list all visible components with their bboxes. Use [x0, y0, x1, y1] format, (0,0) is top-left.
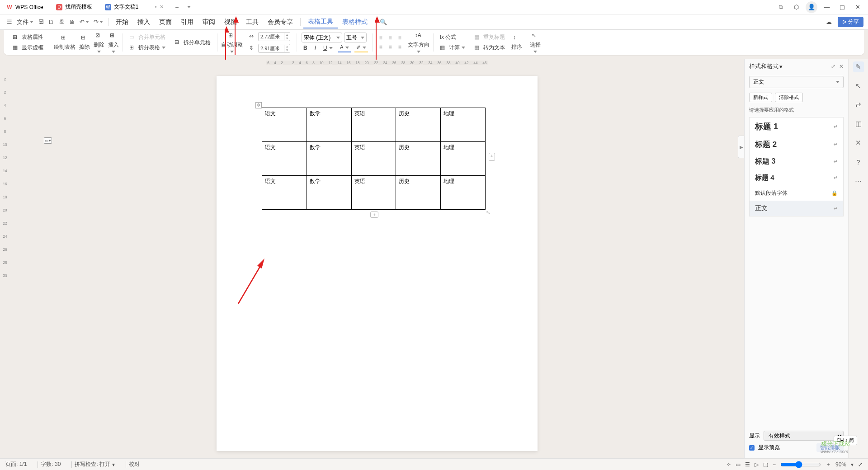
style-item[interactable]: 标题 1↵	[750, 118, 843, 136]
close-window-button[interactable]: ✕	[852, 1, 863, 13]
table-move-handle[interactable]: ✥	[255, 102, 262, 108]
app-tab[interactable]: W WPS Office	[1, 1, 49, 13]
add-tab-button[interactable]: ＋	[171, 1, 183, 13]
tab-menu-button[interactable]	[183, 1, 195, 13]
italic-button[interactable]: I	[313, 44, 318, 52]
style-item[interactable]: 标题 2↵	[750, 136, 843, 153]
tab-templates[interactable]: D 找稻壳模板	[51, 1, 98, 13]
view-print-icon[interactable]: ▭	[736, 461, 741, 468]
close-panel-icon[interactable]: ✕	[839, 63, 844, 70]
font-family-select[interactable]: 宋体 (正文)	[302, 33, 342, 42]
table-cell[interactable]: 数学	[307, 108, 351, 142]
table-cell[interactable]: 地理	[441, 176, 486, 210]
zoom-slider[interactable]	[780, 461, 821, 468]
underline-button[interactable]: U	[321, 44, 335, 52]
menu-table-tools[interactable]: 表格工具	[303, 16, 338, 28]
formula-button[interactable]: fx 公式	[438, 33, 467, 42]
align-center-button[interactable]: ≡	[387, 43, 394, 51]
menu-insert[interactable]: 插入	[133, 16, 155, 28]
font-size-select[interactable]: 五号	[344, 33, 367, 42]
split-cells-button[interactable]: ⊟拆分单元格	[173, 38, 212, 47]
cube-icon[interactable]: ⬡	[790, 1, 802, 13]
page-indicator[interactable]: 页面: 1/1	[5, 461, 27, 468]
zoom-in-button[interactable]: ＋	[826, 461, 831, 468]
zoom-out-button[interactable]: −	[773, 461, 776, 468]
align-top-button[interactable]: ≡	[377, 34, 384, 42]
autofit-button[interactable]: ⊞自动调整	[219, 31, 245, 54]
row-height-control[interactable]: ⇕2.91厘米▲▼	[247, 43, 292, 54]
minimize-button[interactable]: —	[821, 1, 833, 13]
select-tool-icon[interactable]: ↖	[853, 80, 864, 91]
print-preview-icon[interactable]: 🗋	[46, 19, 57, 25]
tab-document[interactable]: W 文字文稿1 • ✕	[99, 1, 170, 13]
style-item[interactable]: 正文↵	[750, 201, 843, 216]
fullscreen-icon[interactable]: ⤢	[858, 461, 863, 468]
file-menu[interactable]: 文件	[14, 18, 36, 26]
save-icon[interactable]: 🖫	[36, 19, 46, 25]
table-cell[interactable]: 地理	[441, 142, 486, 176]
cloud-sync-icon[interactable]: ☁	[824, 19, 834, 25]
export-icon[interactable]: 🗎	[67, 19, 77, 25]
search-icon[interactable]: 🔍	[377, 19, 389, 25]
eraser-button[interactable]: ⊟擦除	[77, 33, 92, 52]
menu-table-style[interactable]: 表格样式	[338, 16, 372, 28]
table-cell[interactable]: 历史	[396, 142, 441, 176]
menu-view[interactable]: 视图	[220, 16, 241, 28]
view-web-icon[interactable]: ▢	[763, 461, 768, 468]
table-cell[interactable]: 英语	[351, 176, 396, 210]
zoom-value[interactable]: 90%	[835, 461, 846, 468]
settings-tool-icon[interactable]: ⇄	[853, 99, 864, 110]
help-tool-icon[interactable]: ?	[853, 156, 864, 167]
add-row-button[interactable]: +	[370, 212, 378, 218]
style-item[interactable]: 标题 4↵	[750, 170, 843, 186]
print-icon[interactable]: 🖶	[57, 19, 67, 25]
document-page[interactable]: ✥ 语文数学英语历史地理语文数学英语历史地理语文数学英语历史地理 + + ⤡	[217, 76, 538, 451]
select-button[interactable]: ↖选择	[528, 31, 542, 54]
menu-start[interactable]: 开始	[111, 16, 133, 28]
clear-format-button[interactable]: 清除格式	[775, 93, 803, 102]
table-cell[interactable]: 语文	[262, 108, 307, 142]
link-tool-icon[interactable]: ✕	[853, 137, 864, 148]
menu-member[interactable]: 会员专享	[263, 16, 297, 28]
table-cell[interactable]: 数学	[307, 142, 351, 176]
undo-button[interactable]: ↶	[77, 19, 91, 25]
table-cell[interactable]: 历史	[396, 108, 441, 142]
align-bottom-button[interactable]: ≡	[396, 34, 403, 42]
text-direction-button[interactable]: ↕A文字方向	[406, 31, 431, 54]
word-count[interactable]: 字数: 30	[41, 461, 61, 468]
style-item[interactable]: 标题 3↵	[750, 153, 843, 170]
view-outline-icon[interactable]: ☰	[745, 461, 750, 468]
document-table[interactable]: 语文数学英语历史地理语文数学英语历史地理语文数学英语历史地理	[262, 108, 486, 210]
menu-tools[interactable]: 工具	[241, 16, 263, 28]
col-width-control[interactable]: ⇔2.72厘米▲▼	[247, 31, 292, 42]
table-cell[interactable]: 语文	[262, 176, 307, 210]
pin-panel-icon[interactable]: ⤢	[831, 63, 835, 70]
align-left-button[interactable]: ≡	[377, 43, 384, 51]
proofing-button[interactable]: 校对	[129, 461, 140, 468]
style-item[interactable]: 默认段落字体🔒	[750, 186, 843, 201]
font-color-button[interactable]: A	[338, 43, 351, 52]
table-cell[interactable]: 英语	[351, 108, 396, 142]
table-cell[interactable]: 历史	[396, 176, 441, 210]
highlight-button[interactable]: ✐	[354, 43, 368, 52]
align-right-button[interactable]: ≡	[396, 43, 403, 51]
table-cell[interactable]: 语文	[262, 142, 307, 176]
delete-button[interactable]: ⊠删除	[92, 31, 106, 54]
bold-button[interactable]: B	[302, 44, 309, 52]
current-style-select[interactable]: 正文	[749, 76, 844, 88]
table-properties-button[interactable]: ⊞表格属性	[11, 33, 45, 42]
show-gridlines-button[interactable]: ▦显示虚框	[11, 43, 45, 52]
avatar-icon[interactable]: 👤	[806, 1, 817, 13]
share-button[interactable]: ᐅ 分享	[838, 17, 863, 27]
table-cell[interactable]: 数学	[307, 176, 351, 210]
maximize-button[interactable]: ▢	[836, 1, 848, 13]
insert-button[interactable]: ⊞插入	[106, 31, 121, 54]
align-middle-button[interactable]: ≡	[387, 34, 394, 42]
split-table-button[interactable]: ⊞拆分表格	[127, 43, 167, 52]
menu-review[interactable]: 审阅	[198, 16, 220, 28]
edit-tool-icon[interactable]: ✎	[853, 61, 864, 72]
redo-button[interactable]: ↷	[91, 19, 105, 25]
view-read-icon[interactable]: ▷	[755, 461, 759, 468]
menu-reference[interactable]: 引用	[176, 16, 198, 28]
show-filter-select[interactable]: 有效样式	[764, 431, 844, 441]
